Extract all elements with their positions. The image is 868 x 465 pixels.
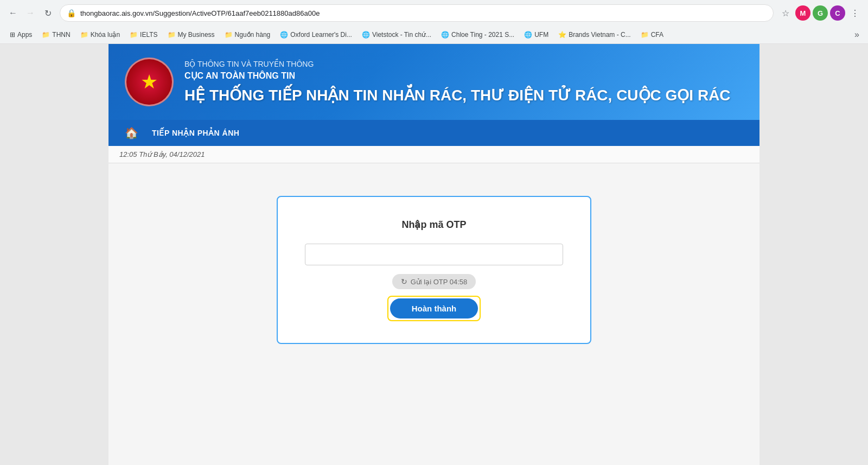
otp-title: Nhập mã OTP — [305, 219, 563, 231]
bookmark-brands-vietnam-label: Brands Vietnam - C... — [569, 31, 631, 39]
otp-resend-row: ↻ Gửi lại OTP 04:58 — [305, 274, 563, 289]
folder-icon-ielts: 📁 — [130, 31, 138, 39]
browser-toolbar: ← → ↻ 🔒 thongbaorac.ais.gov.vn/Suggestio… — [0, 0, 868, 26]
bookmark-ielts[interactable]: 📁 IELTS — [125, 29, 162, 40]
bookmark-brands-vietnam[interactable]: ⭐ Brands Vietnam - C... — [554, 29, 635, 40]
bookmarks-bar: ⊞ Apps 📁 THNN 📁 Khóa luận 📁 IELTS 📁 My B… — [0, 26, 868, 44]
date-bar: 12:05 Thứ Bảy, 04/12/2021 — [108, 146, 760, 163]
web-icon-vietstock: 🌐 — [362, 31, 370, 39]
bookmark-nguon-hang-label: Nguồn hàng — [235, 31, 271, 39]
forward-button[interactable]: → — [23, 5, 38, 21]
bookmark-vietstock-label: Vietstock - Tin chứ... — [372, 31, 431, 39]
submit-label: Hoàn thành — [412, 304, 457, 313]
folder-icon-thnn: 📁 — [42, 31, 50, 39]
logo-star: ★ — [141, 71, 158, 93]
bookmark-thnn-label: THNN — [52, 31, 70, 39]
folder-icon-khoa-luan: 📁 — [80, 31, 88, 39]
main-content: Nhập mã OTP ↻ Gửi lại OTP 04:58 Hoàn thà… — [108, 163, 760, 465]
site-header: ★ BỘ THÔNG TIN VÀ TRUYỀN THÔNG CỤC AN TO… — [108, 44, 760, 120]
bookmark-oxford[interactable]: 🌐 Oxford Learner's Di... — [276, 29, 356, 40]
bookmark-ufm-label: UFM — [534, 31, 548, 39]
bookmark-oxford-label: Oxford Learner's Di... — [290, 31, 352, 39]
resend-icon: ↻ — [401, 277, 407, 286]
resend-otp-button[interactable]: ↻ Gửi lại OTP 04:58 — [392, 274, 476, 289]
browser-chrome: ← → ↻ 🔒 thongbaorac.ais.gov.vn/Suggestio… — [0, 0, 868, 44]
back-button[interactable]: ← — [5, 5, 21, 21]
header-main-title: HỆ THỐNG TIẾP NHẬN TIN NHẮN RÁC, THƯ ĐIỆ… — [184, 86, 731, 104]
web-icon-ufm: 🌐 — [524, 31, 532, 39]
folder-icon-my-business: 📁 — [168, 31, 176, 39]
header-text: BỘ THÔNG TIN VÀ TRUYỀN THÔNG CỤC AN TOÀN… — [184, 60, 731, 104]
bookmark-chloe[interactable]: 🌐 Chloe Ting - 2021 S... — [437, 29, 519, 40]
web-icon-oxford: 🌐 — [280, 31, 288, 39]
bookmark-my-business-label: My Business — [178, 31, 215, 39]
profile-avatar-2: G — [813, 5, 828, 21]
star-icon-brands: ⭐ — [558, 31, 566, 39]
toolbar-actions: ☆ M G C ⋮ — [778, 5, 863, 21]
lock-icon: 🔒 — [67, 9, 76, 17]
date-text: 12:05 Thứ Bảy, 04/12/2021 — [119, 150, 205, 158]
web-icon-chloe: 🌐 — [441, 31, 449, 39]
resend-label: Gửi lại OTP 04:58 — [411, 278, 468, 286]
address-bar[interactable]: 🔒 thongbaorac.ais.gov.vn/Suggestion/Acti… — [60, 4, 774, 22]
bookmark-my-business[interactable]: 📁 My Business — [163, 29, 219, 40]
bookmark-khoa-luan-label: Khóa luận — [91, 31, 120, 39]
header-title: CỤC AN TOÀN THÔNG TIN — [184, 71, 731, 81]
page-wrapper: ★ BỘ THÔNG TIN VÀ TRUYỀN THÔNG CỤC AN TO… — [0, 44, 868, 465]
bookmark-vietstock[interactable]: 🌐 Vietstock - Tin chứ... — [358, 29, 436, 40]
otp-input[interactable] — [305, 244, 563, 265]
otp-submit-row: Hoàn thành — [305, 296, 563, 321]
reload-button[interactable]: ↻ — [40, 5, 55, 21]
profile-avatar-3: C — [830, 5, 845, 21]
bookmark-thnn[interactable]: 📁 THNN — [37, 29, 74, 40]
home-nav-icon[interactable]: 🏠 — [119, 120, 144, 146]
nav-link-tiep-nhan[interactable]: TIẾP NHẬN PHẢN ÁNH — [144, 122, 247, 144]
bookmark-chloe-label: Chloe Ting - 2021 S... — [451, 31, 514, 39]
profile-button-2[interactable]: G — [813, 5, 828, 21]
bookmark-nguon-hang[interactable]: 📁 Nguồn hàng — [220, 29, 275, 40]
extension-button[interactable]: M — [795, 5, 810, 21]
extension-button-2[interactable]: C — [830, 5, 845, 21]
header-subtitle: BỘ THÔNG TIN VÀ TRUYỀN THÔNG — [184, 60, 731, 68]
submit-wrapper: Hoàn thành — [387, 296, 481, 321]
profile-avatar-1: M — [795, 5, 810, 21]
bookmark-ielts-label: IELTS — [140, 31, 157, 39]
bookmarks-more-label: » — [854, 30, 859, 40]
bookmark-khoa-luan[interactable]: 📁 Khóa luận — [76, 29, 124, 40]
folder-icon-nguon-hang: 📁 — [225, 31, 233, 39]
bookmark-star-button[interactable]: ☆ — [778, 5, 793, 21]
bookmark-apps[interactable]: ⊞ Apps — [5, 29, 36, 40]
bookmark-cfa-label: CFA — [651, 31, 663, 39]
nav-buttons: ← → ↻ — [5, 5, 55, 21]
submit-otp-button[interactable]: Hoàn thành — [390, 298, 478, 319]
bookmarks-more-button[interactable]: » — [851, 28, 863, 41]
bookmark-apps-label: Apps — [17, 31, 32, 39]
apps-icon: ⊞ — [10, 31, 15, 39]
site-nav: 🏠 TIẾP NHẬN PHẢN ÁNH — [108, 120, 760, 146]
otp-card: Nhập mã OTP ↻ Gửi lại OTP 04:58 Hoàn thà… — [277, 196, 591, 344]
folder-icon-cfa: 📁 — [641, 31, 649, 39]
url-text: thongbaorac.ais.gov.vn/Suggestion/Active… — [80, 9, 767, 17]
bookmark-cfa[interactable]: 📁 CFA — [636, 29, 668, 40]
page-container: ★ BỘ THÔNG TIN VÀ TRUYỀN THÔNG CỤC AN TO… — [108, 44, 760, 465]
bookmark-ufm[interactable]: 🌐 UFM — [520, 29, 553, 40]
logo: ★ — [125, 58, 174, 106]
menu-button[interactable]: ⋮ — [847, 5, 863, 21]
